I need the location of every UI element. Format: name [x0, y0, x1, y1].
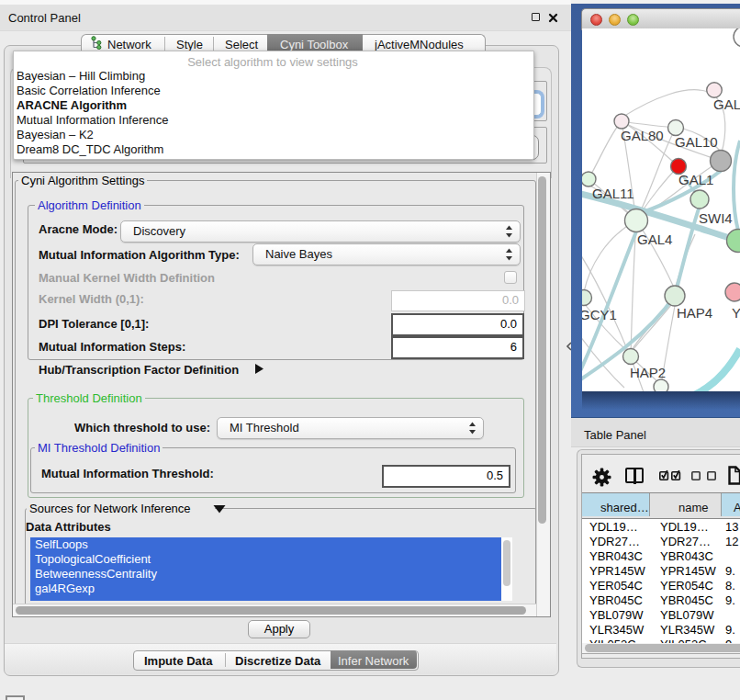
svg-text:GAL4: GAL4	[637, 231, 672, 247]
svg-text:HAP2: HAP2	[630, 365, 666, 380]
svg-text:YE: YE	[732, 305, 740, 321]
svg-text:GAL7: GAL7	[713, 96, 740, 112]
svg-text:HAP4: HAP4	[677, 305, 712, 321]
svg-text:GAL10: GAL10	[675, 134, 718, 150]
svg-text:SWI4: SWI4	[699, 210, 733, 226]
svg-text:GAL80: GAL80	[621, 128, 664, 143]
svg-text:GAL1: GAL1	[678, 172, 713, 187]
svg-text:GCY1: GCY1	[582, 307, 617, 322]
svg-text:GAL11: GAL11	[592, 186, 634, 201]
